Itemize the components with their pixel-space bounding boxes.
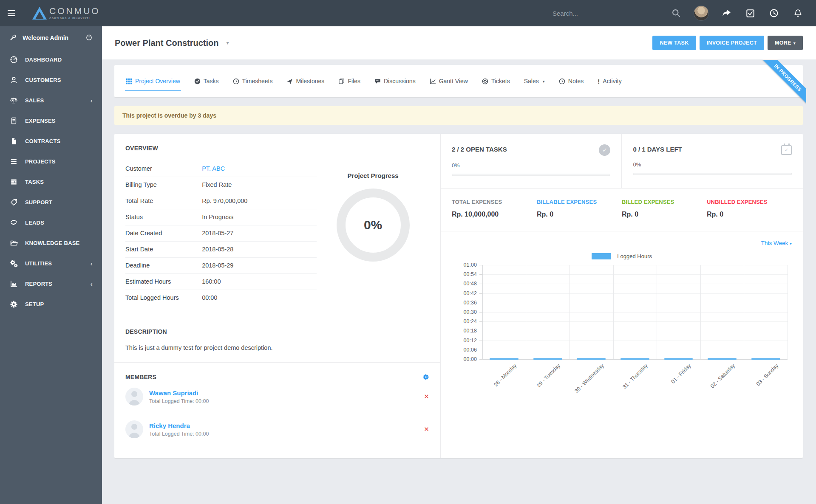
tab-label: Notes [568, 78, 584, 84]
tab-gantt-view[interactable]: Gantt View [430, 78, 468, 84]
overdue-alert: This project is overdue by 3 days [114, 106, 803, 125]
sidebar-item-label: TASKS [25, 179, 44, 185]
remove-member-icon[interactable]: ✕ [424, 393, 429, 400]
description-section: DESCRIPTION This is just a dummy test fo… [114, 317, 440, 362]
sidebar-item-dashboard[interactable]: DASHBOARD [0, 49, 102, 70]
tab-label: Sales [524, 78, 539, 84]
bars-icon [9, 158, 18, 166]
sidebar-item-reports[interactable]: REPORTS ‹ [0, 273, 102, 294]
member-row: Wawan Supriadi Total Logged Time: 00:00 … [125, 380, 429, 413]
x-axis-label: 02 - Saturday [709, 363, 736, 389]
tab-label: Tickets [491, 78, 510, 84]
tab-label: Discussions [384, 78, 416, 84]
sidebar-item-utilities[interactable]: UTILITIES ‹ [0, 253, 102, 273]
user-avatar[interactable] [694, 6, 709, 21]
sidebar-item-customers[interactable]: CUSTOMERS [0, 70, 102, 90]
chart-x-axis-labels: 28 - Monday29 - Tuesday30 - Wednesday31 … [482, 359, 788, 398]
invoice-project-button[interactable]: INVOICE PROJECT [700, 36, 764, 50]
x-axis-label: 01 - Friday [670, 363, 692, 385]
sidebar-item-label: DASHBOARD [25, 56, 62, 63]
sidebar-item-setup[interactable]: SETUP [0, 294, 102, 314]
new-task-button[interactable]: NEW TASK [652, 36, 696, 50]
field-label: Billing Type [125, 181, 202, 188]
x-axis-label: 28 - Monday [493, 363, 518, 388]
check-circle-icon: ✓ [599, 144, 610, 156]
sidebar-item-label: UTILITIES [25, 260, 52, 267]
sidebar-item-tasks[interactable]: TASKS [0, 172, 102, 192]
table-row: StatusIn Progress [125, 209, 317, 225]
open-tasks-percent: 0% [452, 162, 611, 169]
members-settings-gear-icon[interactable] [422, 374, 429, 380]
sidebar-item-label: CUSTOMERS [25, 77, 61, 83]
field-value: 160:00 [202, 278, 221, 285]
member-name-link[interactable]: Wawan Supriadi [149, 389, 209, 397]
table-row: CustomerPT. ABC [125, 161, 317, 177]
clock-icon[interactable] [768, 7, 780, 20]
tab-discussions[interactable]: Discussions [374, 78, 416, 84]
tab-tickets[interactable]: Tickets [482, 78, 510, 84]
sidebar-item-projects[interactable]: PROJECTS [0, 151, 102, 172]
search-icon[interactable] [670, 7, 683, 20]
sidebar-item-label: EXPENSES [25, 118, 56, 124]
legend-label: Logged Hours [617, 253, 652, 259]
clock-icon [559, 78, 565, 84]
members-heading: MEMBERS [125, 374, 156, 380]
bell-icon[interactable] [791, 7, 804, 20]
tab-timesheets[interactable]: Timesheets [233, 78, 273, 84]
project-overview-card: OVERVIEW CustomerPT. ABC Billing TypeFix… [114, 134, 803, 458]
description-text: This is just a dummy test for project de… [125, 344, 429, 351]
status-ribbon: IN PROGRESS [759, 60, 806, 107]
sidebar-item-label: SETUP [25, 301, 44, 307]
rocket-icon [286, 78, 293, 84]
tab-tasks[interactable]: Tasks [194, 78, 219, 84]
customer-link[interactable]: PT. ABC [202, 165, 225, 172]
tab-project-overview[interactable]: Project Overview [126, 78, 180, 84]
sidebar-item-label: CONTRACTS [25, 138, 60, 144]
open-tasks-title: 2 / 2 OPEN TASKS [452, 144, 507, 153]
tab-sales[interactable]: Sales ▾ [524, 78, 545, 84]
description-heading: DESCRIPTION [125, 328, 429, 335]
expense-label: TOTAL EXPENSES [452, 199, 537, 205]
y-axis-tick: 00:30 [464, 309, 477, 315]
member-avatar [125, 420, 143, 438]
grid-icon [126, 78, 132, 84]
field-value: Fixed Rate [202, 181, 232, 188]
tab-notes[interactable]: Notes [559, 78, 584, 84]
table-row: Deadline2018-05-29 [125, 258, 317, 274]
tab-files[interactable]: Files [338, 78, 360, 84]
project-dropdown-caret-icon[interactable]: ▾ [226, 40, 229, 46]
more-button[interactable]: MORE▾ [768, 36, 803, 50]
tab-label: Gantt View [439, 78, 468, 84]
sidebar-item-label: REPORTS [25, 281, 52, 287]
total-expenses: TOTAL EXPENSES Rp. 10,000,000 [452, 199, 537, 218]
power-off-icon[interactable] [85, 34, 93, 41]
remove-member-icon[interactable]: ✕ [424, 425, 429, 433]
days-left-stat: 0 / 1 DAYS LEFT ✓ 0% [621, 134, 803, 188]
sidebar-item-label: LEADS [25, 220, 44, 226]
sidebar-item-expenses[interactable]: EXPENSES [0, 110, 102, 131]
sidebar-item-sales[interactable]: SALES ‹ [0, 90, 102, 110]
clock-icon [233, 78, 239, 84]
menu-toggle-icon[interactable] [2, 0, 21, 26]
tab-milestones[interactable]: Milestones [286, 78, 324, 84]
gears-icon [9, 259, 18, 267]
page-header: Power Plant Construction ▾ NEW TASK INVO… [102, 26, 816, 59]
sidebar-item-knowledge-base[interactable]: KNOWLEDGE BASE [0, 233, 102, 253]
table-row: Start Date2018-05-28 [125, 242, 317, 258]
field-label: Customer [125, 165, 202, 172]
sidebar-item-leads[interactable]: LEADS [0, 212, 102, 233]
sidebar-item-contracts[interactable]: CONTRACTS [0, 131, 102, 151]
sidebar-item-support[interactable]: SUPPORT [0, 192, 102, 212]
range-selector[interactable]: This Week ▾ [761, 240, 792, 246]
member-name-link[interactable]: Ricky Hendra [149, 422, 209, 429]
check-square-icon[interactable] [744, 7, 756, 20]
app-logo[interactable]: CONMUO continua a muoverti [32, 7, 100, 20]
open-tasks-progress-bar [452, 174, 611, 176]
member-logged-time: Total Logged Time: 00:00 [149, 431, 209, 437]
progress-donut: 0% [337, 189, 410, 262]
tab-label: Files [348, 78, 360, 84]
share-arrow-icon[interactable] [720, 7, 733, 20]
sidebar-item-label: SUPPORT [25, 199, 52, 206]
tab-activity[interactable]: ! Activity [598, 78, 621, 85]
search-input[interactable] [552, 10, 659, 17]
